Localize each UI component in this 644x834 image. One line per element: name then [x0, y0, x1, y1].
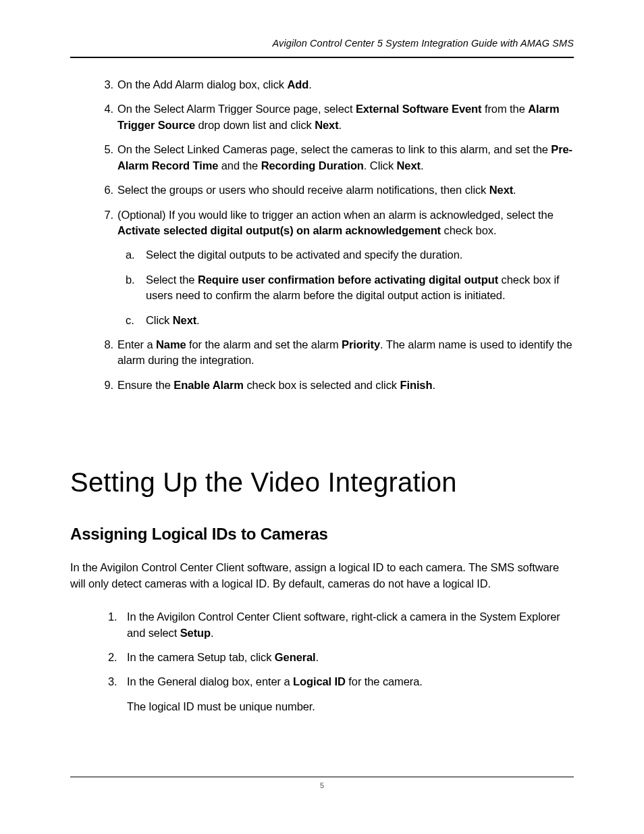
text: .	[211, 627, 213, 639]
step-4: 4. On the Select Alarm Trigger Source pa…	[117, 101, 574, 133]
text: .	[196, 314, 199, 326]
step-7a: a. Select the digital outputs to be acti…	[146, 247, 574, 263]
page: Avigilon Control Center 5 System Integra…	[0, 0, 644, 834]
text: and the	[218, 159, 261, 172]
bold: Require user confirmation before activat…	[198, 273, 498, 286]
bold: General	[275, 651, 316, 663]
text: Select the digital outputs to be activat…	[146, 249, 462, 261]
step-number: 6.	[95, 182, 113, 198]
step-number: 7.	[95, 207, 113, 223]
step-number: 8.	[95, 337, 113, 353]
bold: External Software Event	[356, 103, 482, 115]
step-number: 9.	[95, 377, 113, 393]
running-header: Avigilon Control Center 5 System Integra…	[70, 38, 574, 58]
step-number: 5.	[95, 142, 113, 157]
ordered-steps-bottom: 1. In the Avigilon Control Center Client…	[70, 609, 574, 714]
text: .	[339, 119, 342, 131]
bstep-1: 1. In the Avigilon Control Center Client…	[127, 609, 574, 641]
text: On the Add Alarm dialog box, click	[117, 78, 287, 90]
text: from the	[482, 103, 529, 115]
text: Click	[146, 314, 173, 326]
step-7c: c. Click Next.	[146, 313, 574, 328]
step-number: 1.	[108, 609, 117, 625]
text: Select the	[146, 273, 198, 286]
page-number: 5	[320, 781, 324, 789]
bold: Priority	[342, 338, 380, 350]
step-letter: b.	[126, 272, 135, 288]
text: .	[421, 159, 423, 172]
step-number: 3.	[95, 77, 113, 93]
step-number: 4.	[95, 101, 113, 117]
text: .	[308, 78, 311, 90]
text: for the alarm and set the alarm	[186, 338, 342, 350]
page-footer: 5	[70, 777, 574, 789]
intro-paragraph: In the Avigilon Control Center Client so…	[70, 560, 574, 592]
section-heading: Setting Up the Video Integration	[70, 467, 574, 498]
bold: Enable Alarm	[173, 379, 244, 391]
step-7: 7. (Optional) If you would like to trigg…	[117, 207, 574, 329]
text: .	[432, 379, 435, 391]
bold: Recording Duration	[261, 159, 364, 172]
text: check box.	[441, 224, 496, 236]
text: .	[316, 651, 319, 663]
step-number: 2.	[108, 650, 117, 665]
note: The logical ID must be unique number.	[127, 699, 574, 714]
bold: Activate selected digital output(s) on a…	[117, 224, 441, 236]
sub-steps-7: a. Select the digital outputs to be acti…	[117, 247, 574, 328]
step-8: 8. Enter a Name for the alarm and set th…	[117, 337, 574, 369]
text: Enter a	[117, 338, 156, 350]
step-5: 5. On the Select Linked Cameras page, se…	[117, 142, 574, 174]
bold: Finish	[400, 379, 432, 391]
step-7b: b. Select the Require user confirmation …	[146, 272, 574, 304]
bold: Logical ID	[293, 675, 346, 687]
bold: Next	[315, 119, 338, 131]
text: (Optional) If you would like to trigger …	[117, 209, 554, 221]
step-number: 3.	[108, 674, 117, 689]
text: On the Select Alarm Trigger Source page,…	[117, 103, 356, 115]
subsection-heading: Assigning Logical IDs to Cameras	[70, 525, 574, 544]
bstep-2: 2. In the camera Setup tab, click Genera…	[127, 650, 574, 665]
step-9: 9. Ensure the Enable Alarm check box is …	[117, 377, 574, 393]
text: .	[513, 184, 516, 196]
text: drop down list and click	[195, 119, 315, 131]
bold: Setup	[180, 627, 211, 639]
step-6: 6. Select the groups or users who should…	[117, 182, 574, 198]
bold: Next	[173, 314, 196, 326]
bold: Name	[156, 338, 186, 350]
step-3: 3. On the Add Alarm dialog box, click Ad…	[117, 77, 574, 93]
text: In the camera Setup tab, click	[127, 651, 275, 663]
bstep-3: 3. In the General dialog box, enter a Lo…	[127, 674, 574, 714]
text: Select the groups or users who should re…	[117, 184, 489, 196]
text: check box is selected and click	[244, 379, 400, 391]
text: Ensure the	[117, 379, 173, 391]
text: On the Select Linked Cameras page, selec…	[117, 143, 551, 155]
bold: Add	[287, 78, 308, 90]
text: In the General dialog box, enter a	[127, 675, 293, 687]
step-letter: c.	[126, 313, 134, 328]
text: for the camera.	[346, 675, 423, 687]
bold: Next	[397, 159, 421, 172]
text: . Click	[364, 159, 397, 172]
bold: Next	[489, 184, 513, 196]
step-letter: a.	[126, 247, 135, 263]
ordered-steps-top: 3. On the Add Alarm dialog box, click Ad…	[70, 77, 574, 393]
